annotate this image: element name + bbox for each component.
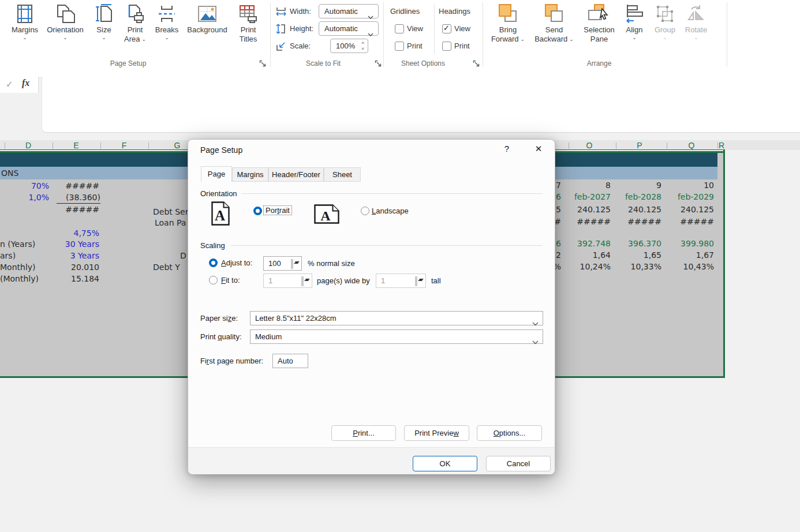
gridlines-view-label[interactable]: View	[407, 24, 423, 33]
tab-sheet[interactable]: Sheet	[324, 167, 361, 182]
landscape-radio-label[interactable]: Landscape	[372, 207, 409, 215]
sheet-cell[interactable]: 10,33%	[610, 261, 661, 272]
scale-to-fit-dialog-launcher[interactable]	[374, 59, 382, 68]
send-backward-button[interactable]: Send Backward⌄	[529, 2, 579, 57]
headings-print-checkbox[interactable]	[442, 42, 451, 51]
portrait-radio[interactable]	[253, 207, 262, 215]
sheet-cell[interactable]: feb-2027	[559, 192, 611, 202]
print-titles-button[interactable]: Print Titles	[233, 2, 263, 57]
background-button[interactable]: Background	[182, 2, 232, 57]
sheet-cell[interactable]: 392.748	[559, 238, 611, 249]
print-quality-combobox[interactable]: Medium	[250, 329, 543, 344]
column-header-D[interactable]: D	[20, 141, 37, 150]
sheet-cell[interactable]: 240.125	[559, 204, 611, 215]
column-header-E[interactable]: E	[68, 141, 85, 150]
paper-size-combobox[interactable]: Letter 8.5"x11" 22x28cm	[250, 311, 543, 325]
sheet-cell[interactable]: 1,65	[610, 250, 661, 260]
sheet-label-partial[interactable]: Debt Ser	[153, 207, 188, 217]
sheet-label-partial[interactable]: D	[180, 250, 186, 261]
adjust-to-spinner[interactable]: 100	[263, 256, 302, 271]
sheet-cell[interactable]: 240.125	[610, 204, 661, 215]
sheet-label-partial[interactable]: ars)	[0, 250, 16, 261]
gridlines-view-checkbox[interactable]	[395, 24, 404, 33]
sheet-cell[interactable]: 10,24%	[559, 261, 611, 272]
column-header-O[interactable]: O	[581, 141, 598, 150]
sheet-cell[interactable]: feb-2028	[610, 192, 661, 202]
sheet-cell[interactable]: 399.980	[662, 238, 714, 249]
sheet-cell[interactable]: feb-2029	[662, 192, 714, 202]
column-header-Q[interactable]: Q	[683, 141, 700, 150]
insert-function-icon[interactable]: fx	[22, 78, 29, 88]
sheet-cell[interactable]: 8	[559, 180, 611, 190]
selection-pane-button[interactable]: Selection Pane	[580, 2, 619, 57]
column-header-P[interactable]: P	[631, 141, 648, 150]
print-button[interactable]: Print...	[331, 425, 396, 441]
fit-tall-spinner[interactable]: 1	[376, 274, 426, 288]
sheet-cell[interactable]: (38.360)	[37, 192, 100, 203]
size-button[interactable]: Size ⌄	[91, 2, 117, 57]
breaks-button[interactable]: Breaks ⌄	[152, 2, 181, 57]
sheet-cell[interactable]: 240.125	[662, 204, 714, 215]
fit-wide-spinner[interactable]: 1	[263, 274, 312, 288]
sheet-cell[interactable]: 1,64	[559, 250, 611, 260]
print-preview-button[interactable]: Print Preview	[404, 425, 469, 441]
scale-spinner[interactable]: 100% ˄˅	[330, 39, 368, 53]
headings-view-checkbox[interactable]	[442, 24, 451, 33]
sheet-cell[interactable]: 9	[610, 180, 661, 190]
enter-check-icon[interactable]: ✓	[6, 79, 13, 89]
tab-page[interactable]: Page	[201, 166, 232, 182]
sheet-cell[interactable]: #####	[662, 216, 714, 227]
fit-to-radio[interactable]	[209, 276, 218, 284]
orientation-button[interactable]: Orientation ⌄	[42, 2, 89, 57]
tab-margins[interactable]: Margins	[232, 167, 268, 182]
tab-header-footer[interactable]: Header/Footer	[268, 167, 324, 182]
headings-print-label[interactable]: Print	[454, 42, 470, 51]
width-combobox[interactable]: Automatic	[319, 4, 379, 18]
column-header-G[interactable]: G	[169, 141, 186, 150]
sheet-cell[interactable]: #####	[36, 204, 99, 215]
adjust-to-label[interactable]: Adjust to:	[221, 258, 252, 267]
sheet-cell[interactable]: 1,67	[662, 250, 714, 260]
close-icon[interactable]: ✕	[533, 144, 544, 155]
sheet-cell[interactable]: 10,43%	[662, 261, 714, 272]
ok-button[interactable]: OK	[413, 456, 477, 471]
height-combobox[interactable]: Automatic	[319, 21, 379, 36]
gridlines-print-label[interactable]: Print	[407, 42, 423, 51]
sheet-label-partial[interactable]: Loan Pa	[155, 218, 186, 228]
sheet-cell[interactable]: 3 Years	[36, 250, 99, 261]
spinner-down-button[interactable]	[292, 259, 293, 269]
print-area-button[interactable]: Print Area⌄	[119, 2, 151, 57]
sheet-label-partial[interactable]: (Monthly)	[0, 274, 39, 284]
sheet-options-dialog-launcher[interactable]	[472, 59, 480, 68]
sheet-label-partial[interactable]: Monthly)	[0, 262, 36, 272]
sheet-cell[interactable]: 20.010	[36, 262, 99, 272]
sheet-cell[interactable]: 396.370	[610, 238, 661, 249]
first-page-number-field[interactable]: Auto	[272, 354, 308, 368]
headings-view-label[interactable]: View	[454, 24, 470, 33]
spinner-down-button[interactable]	[416, 276, 417, 286]
margins-button[interactable]: Margins ⌄	[8, 2, 42, 57]
spinner-down-button[interactable]	[302, 276, 304, 286]
sheet-cell[interactable]: 15.184	[36, 274, 99, 284]
sheet-cell[interactable]: #####	[559, 216, 611, 227]
options-button[interactable]: Options...	[477, 425, 542, 441]
sheet-cell[interactable]: #####	[36, 181, 99, 191]
sheet-cell[interactable]: 4,75%	[36, 228, 99, 238]
column-header-F[interactable]: F	[115, 141, 133, 150]
sheet-cell[interactable]: #####	[610, 216, 661, 227]
portrait-radio-label[interactable]: Portrait	[263, 205, 292, 215]
sheet-cell[interactable]: 30 Years	[36, 239, 99, 249]
adjust-to-radio[interactable]	[209, 258, 218, 267]
spinner-arrows-icon[interactable]: ˄˅	[361, 40, 364, 52]
fit-to-label[interactable]: Fit to:	[221, 276, 240, 284]
formula-input[interactable]	[42, 77, 800, 133]
cancel-button[interactable]: Cancel	[486, 456, 551, 471]
bring-forward-button[interactable]: Bring Forward⌄	[488, 2, 528, 57]
page-setup-dialog-launcher[interactable]	[259, 59, 267, 68]
help-icon[interactable]: ?	[502, 144, 512, 155]
landscape-radio[interactable]	[361, 207, 369, 215]
align-button[interactable]: Align ⌄	[622, 2, 647, 57]
sheet-label-partial[interactable]: n (Years)	[0, 239, 35, 249]
sheet-cell[interactable]: 10	[662, 180, 714, 190]
gridlines-print-checkbox[interactable]	[395, 42, 404, 51]
